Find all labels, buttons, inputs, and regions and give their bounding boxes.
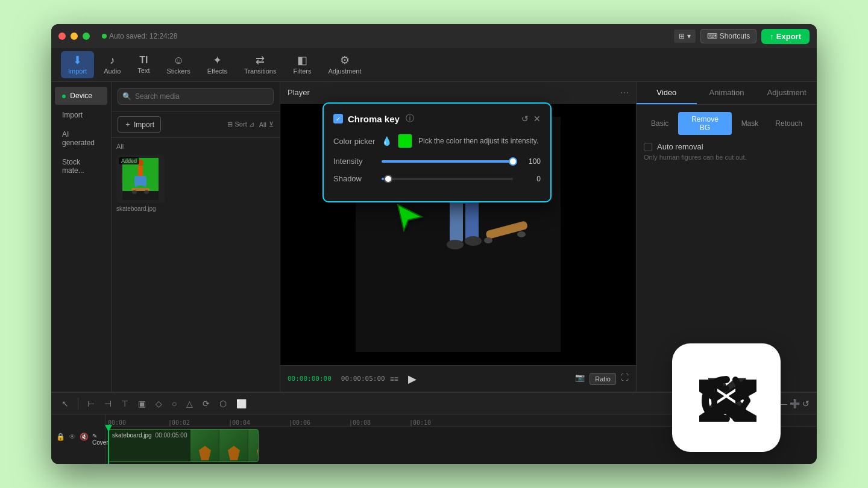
shadow-slider[interactable]	[382, 178, 513, 180]
toolbar-effects[interactable]: ✦ Effects	[200, 51, 234, 78]
subtab-basic[interactable]: Basic	[644, 112, 676, 135]
chroma-info-icon[interactable]: ⓘ	[406, 113, 414, 124]
player-menu-icon[interactable]: ⋯	[620, 88, 629, 98]
screenshot-icon[interactable]: 📷	[575, 373, 585, 385]
media-thumb-skateboard[interactable]: Added	[116, 155, 165, 203]
toolbar-transitions-label: Transitions	[244, 67, 276, 75]
toolbar-stickers[interactable]: ☺ Stickers	[160, 51, 198, 78]
player-title: Player	[288, 88, 310, 97]
color-picker-label: Color picker	[333, 137, 376, 146]
autosave-label: Auto saved: 12:24:28	[109, 32, 177, 40]
video-track[interactable]: skateboard.jpg 00:00:05:00	[108, 429, 259, 462]
close-button[interactable]	[58, 33, 66, 40]
crop-tool[interactable]: ▣	[135, 397, 149, 410]
title-bar: Auto saved: 12:24:28 ⊞ ▾ ⌨ Shortcuts ↑ E…	[51, 24, 817, 48]
added-badge: Added	[119, 157, 139, 164]
effects-icon: ✦	[213, 55, 222, 66]
zoom-in-icon[interactable]: ➕	[790, 399, 800, 408]
toolbar-import[interactable]: ⬇ Import	[61, 51, 94, 78]
split-tool[interactable]: ⊢	[84, 397, 98, 410]
audio-icon: ♪	[110, 55, 115, 66]
filter-icon[interactable]: ⊻	[269, 120, 274, 128]
import-media-label: Import	[134, 120, 154, 129]
export-icon: ↑	[770, 32, 774, 41]
tab-animation[interactable]: Animation	[697, 82, 757, 104]
toolbar-filters[interactable]: ◧ Filters	[286, 51, 318, 78]
intensity-slider[interactable]	[382, 160, 513, 163]
hex-tool[interactable]: ⬡	[216, 397, 230, 410]
search-input[interactable]	[118, 88, 274, 105]
trim-left-tool[interactable]: ⊣	[101, 397, 115, 410]
tab-adjustment[interactable]: Adjustment	[756, 82, 817, 104]
player-header: Player ⋯	[280, 82, 636, 104]
mute-icon[interactable]: 🔇	[80, 433, 89, 446]
trim-right-tool[interactable]: ⊤	[118, 397, 131, 410]
plus-icon: ＋	[124, 119, 131, 130]
toolbar-adjustment[interactable]: ⚙ Adjustment	[321, 51, 368, 78]
chroma-title: Chroma key	[348, 114, 400, 124]
left-panel-ai[interactable]: AI generated	[55, 125, 107, 152]
frame-1	[190, 430, 219, 461]
toolbar-effects-label: Effects	[207, 67, 227, 75]
shield-tool[interactable]: ◇	[153, 397, 165, 410]
playhead[interactable]	[108, 427, 109, 464]
autosave-indicator: Auto saved: 12:24:28	[102, 32, 177, 40]
chroma-header: ✓ Chroma key ⓘ ↺ ✕	[333, 113, 541, 124]
player-controls: 00:00:00:00 00:00:05:00 ≡≡ ▶ 📷 Ratio ⛶	[280, 365, 636, 392]
right-sub-tabs: Basic Remove BG Mask Retouch	[644, 112, 810, 135]
lock-icon[interactable]: 🔒	[56, 433, 65, 446]
left-panel-device[interactable]: Device	[55, 87, 107, 105]
triangle-tool[interactable]: △	[183, 397, 196, 410]
export-button[interactable]: ↑ Export	[761, 29, 810, 44]
fullscreen-icon[interactable]: ⛶	[621, 373, 629, 385]
subtab-retouch[interactable]: Retouch	[768, 112, 810, 135]
ratio-button[interactable]: Ratio	[590, 373, 616, 385]
play-button[interactable]: ▶	[403, 370, 421, 388]
intensity-value: 100	[519, 157, 541, 166]
eye-icon[interactable]: 👁	[69, 433, 76, 446]
text-icon: TI	[139, 55, 148, 65]
mark-tool[interactable]: ○	[169, 397, 180, 410]
import-media-button[interactable]: ＋ Import	[118, 116, 161, 133]
media-thumb-label: skateboard.jpg	[116, 205, 156, 212]
left-panel-stock[interactable]: Stock mate...	[55, 153, 107, 180]
subtab-mask[interactable]: Mask	[734, 112, 766, 135]
minimize-button[interactable]	[71, 33, 78, 40]
chroma-reset-icon[interactable]: ↺	[521, 114, 529, 124]
main-toolbar: ⬇ Import ♪ Audio TI Text ☺ Stickers ✦ Ef…	[51, 48, 817, 82]
layout-button[interactable]: ⊞ ▾	[674, 30, 696, 43]
grid-view-icon[interactable]: ⊞	[227, 120, 233, 128]
sort-button[interactable]: Sort ⊿	[235, 120, 254, 128]
frames-button[interactable]: ≡≡	[390, 375, 398, 383]
chroma-enable-checkbox[interactable]: ✓	[333, 114, 343, 124]
select-tool[interactable]: ↖	[58, 397, 72, 410]
svg-point-23	[465, 236, 482, 246]
toolbar-audio[interactable]: ♪ Audio	[96, 51, 128, 78]
tab-video[interactable]: Video	[637, 82, 697, 104]
ruler-2: |00:02	[168, 419, 190, 426]
chroma-shadow-row: Shadow 0	[333, 174, 541, 183]
frame-2	[219, 430, 248, 461]
all-filter[interactable]: All	[259, 121, 266, 128]
toolbar-adjustment-label: Adjustment	[328, 67, 361, 75]
intensity-slider-thumb[interactable]	[509, 157, 517, 166]
export-label: Export	[776, 32, 801, 41]
crop2-tool[interactable]: ⬜	[233, 397, 250, 410]
rotate-tool[interactable]: ⟳	[200, 397, 213, 410]
color-swatch[interactable]	[398, 134, 412, 148]
left-panel-import[interactable]: Import	[55, 106, 107, 124]
shortcuts-button[interactable]: ⌨ Shortcuts	[700, 29, 757, 43]
subtab-removebg[interactable]: Remove BG	[678, 112, 731, 135]
maximize-button[interactable]	[83, 33, 90, 40]
auto-removal-checkbox[interactable]	[644, 143, 652, 151]
zoom-reset[interactable]: ↺	[802, 399, 810, 408]
import-label: Import	[62, 111, 83, 119]
track-frames	[190, 430, 258, 461]
eyedropper-icon[interactable]: 💧	[382, 136, 392, 146]
shadow-slider-thumb[interactable]	[384, 175, 392, 183]
media-search-area: 🔍	[112, 82, 280, 111]
toolbar-text[interactable]: TI Text	[130, 52, 157, 78]
player-header-icons: ⋯	[620, 88, 629, 98]
toolbar-transitions[interactable]: ⇄ Transitions	[237, 51, 283, 78]
chroma-close-icon[interactable]: ✕	[533, 114, 541, 124]
